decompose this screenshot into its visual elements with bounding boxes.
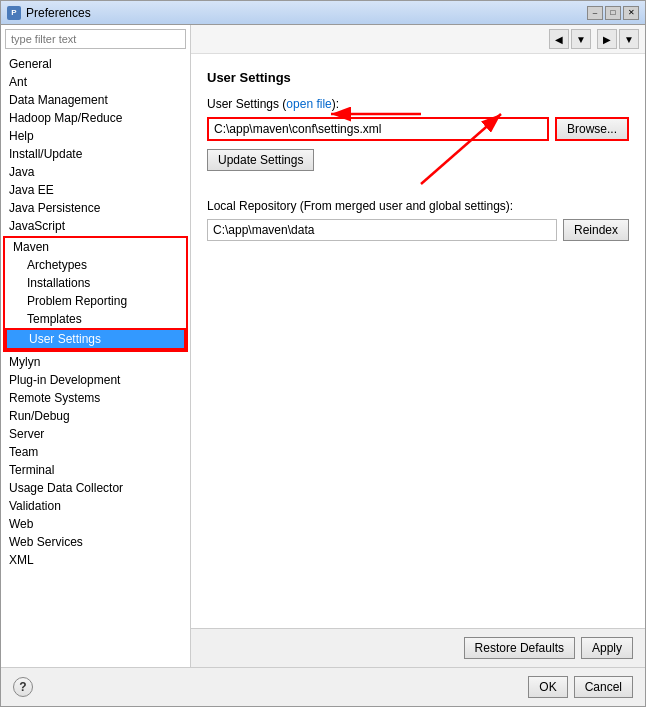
help-button[interactable]: ? xyxy=(13,677,33,697)
sidebar-item-templates[interactable]: Templates xyxy=(5,310,186,328)
settings-path-input[interactable] xyxy=(207,117,549,141)
local-repo-row: Reindex xyxy=(207,219,629,241)
maven-group: Maven Archetypes Installations Problem R… xyxy=(3,236,188,352)
sidebar-item-server[interactable]: Server xyxy=(1,425,190,443)
settings-path-row: Browse... xyxy=(207,117,629,141)
window-icon: P xyxy=(7,6,21,20)
sidebar-item-data-management[interactable]: Data Management xyxy=(1,91,190,109)
update-settings-button[interactable]: Update Settings xyxy=(207,149,314,171)
sidebar-item-archetypes[interactable]: Archetypes xyxy=(5,256,186,274)
forward-button[interactable]: ▶ xyxy=(597,29,617,49)
apply-button[interactable]: Apply xyxy=(581,637,633,659)
sidebar-item-java[interactable]: Java xyxy=(1,163,190,181)
sidebar-item-javascript[interactable]: JavaScript xyxy=(1,217,190,235)
sidebar-item-team[interactable]: Team xyxy=(1,443,190,461)
open-file-link[interactable]: open file xyxy=(286,97,331,111)
sidebar-item-hadoop[interactable]: Hadoop Map/Reduce xyxy=(1,109,190,127)
content-area: General Ant Data Management Hadoop Map/R… xyxy=(1,25,645,667)
browse-button[interactable]: Browse... xyxy=(555,117,629,141)
preferences-window: P Preferences – □ ✕ General Ant Data Man… xyxy=(0,0,646,707)
forward-dropdown-button[interactable]: ▼ xyxy=(619,29,639,49)
sidebar-item-user-settings[interactable]: User Settings xyxy=(5,328,186,350)
maximize-button[interactable]: □ xyxy=(605,6,621,20)
title-bar: P Preferences – □ ✕ xyxy=(1,1,645,25)
back-button[interactable]: ◀ xyxy=(549,29,569,49)
window-controls: – □ ✕ xyxy=(587,6,639,20)
footer-bar: ? OK Cancel xyxy=(1,667,645,706)
sidebar-item-general[interactable]: General xyxy=(1,55,190,73)
window-title: Preferences xyxy=(26,6,587,20)
main-toolbar: ◀ ▼ ▶ ▼ xyxy=(191,25,645,54)
bottom-bar: Restore Defaults Apply xyxy=(191,628,645,667)
sidebar-item-ant[interactable]: Ant xyxy=(1,73,190,91)
sidebar-item-run-debug[interactable]: Run/Debug xyxy=(1,407,190,425)
restore-defaults-button[interactable]: Restore Defaults xyxy=(464,637,575,659)
footer-actions: OK Cancel xyxy=(528,676,633,698)
close-button[interactable]: ✕ xyxy=(623,6,639,20)
user-settings-label: User Settings (open file): xyxy=(207,97,629,111)
sidebar-item-remote-systems[interactable]: Remote Systems xyxy=(1,389,190,407)
sidebar-list: General Ant Data Management Hadoop Map/R… xyxy=(1,53,190,667)
sidebar-item-java-ee[interactable]: Java EE xyxy=(1,181,190,199)
sidebar-item-web[interactable]: Web xyxy=(1,515,190,533)
sidebar-item-maven[interactable]: Maven xyxy=(5,238,186,256)
sidebar-item-usage-data[interactable]: Usage Data Collector xyxy=(1,479,190,497)
back-dropdown-button[interactable]: ▼ xyxy=(571,29,591,49)
sidebar-item-terminal[interactable]: Terminal xyxy=(1,461,190,479)
sidebar-item-plugin-development[interactable]: Plug-in Development xyxy=(1,371,190,389)
sidebar-item-web-services[interactable]: Web Services xyxy=(1,533,190,551)
local-repo-path-input[interactable] xyxy=(207,219,557,241)
sidebar-item-mylyn[interactable]: Mylyn xyxy=(1,353,190,371)
filter-input[interactable] xyxy=(5,29,186,49)
sidebar-item-java-persistence[interactable]: Java Persistence xyxy=(1,199,190,217)
sidebar-item-installations[interactable]: Installations xyxy=(5,274,186,292)
page-title: User Settings xyxy=(207,70,629,85)
sidebar: General Ant Data Management Hadoop Map/R… xyxy=(1,25,191,667)
sidebar-item-help[interactable]: Help xyxy=(1,127,190,145)
reindex-button[interactable]: Reindex xyxy=(563,219,629,241)
sidebar-item-install-update[interactable]: Install/Update xyxy=(1,145,190,163)
ok-button[interactable]: OK xyxy=(528,676,567,698)
bottom-actions: Restore Defaults Apply xyxy=(464,637,633,659)
minimize-button[interactable]: – xyxy=(587,6,603,20)
sidebar-item-problem-reporting[interactable]: Problem Reporting xyxy=(5,292,186,310)
local-repo-label: Local Repository (From merged user and g… xyxy=(207,199,629,213)
main-content: User Settings User Settings (open file):… xyxy=(191,54,645,265)
sidebar-item-xml[interactable]: XML xyxy=(1,551,190,569)
main-content-wrapper: User Settings User Settings (open file):… xyxy=(191,54,645,628)
sidebar-item-validation[interactable]: Validation xyxy=(1,497,190,515)
main-panel: ◀ ▼ ▶ ▼ User Settings User Settings (ope… xyxy=(191,25,645,667)
cancel-button[interactable]: Cancel xyxy=(574,676,633,698)
